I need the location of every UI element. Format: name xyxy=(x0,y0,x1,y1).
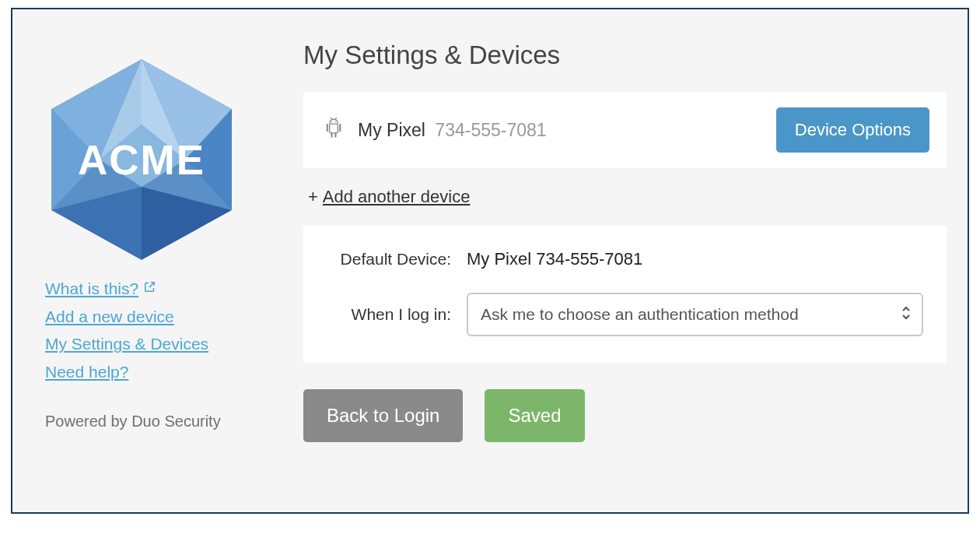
default-device-value: My Pixel 734-555-7081 xyxy=(467,249,923,269)
svg-point-14 xyxy=(335,121,336,122)
device-name: My Pixel xyxy=(358,120,425,140)
svg-point-13 xyxy=(331,121,332,122)
device-info: My Pixel 734-555-7081 xyxy=(324,117,547,143)
page-title: My Settings & Devices xyxy=(303,40,947,70)
viewport: ACME What is this? Add a new device My S… xyxy=(0,0,980,534)
svg-rect-15 xyxy=(330,124,338,133)
what-is-this-label: What is this? xyxy=(45,279,138,297)
my-settings-devices-link[interactable]: My Settings & Devices xyxy=(45,330,208,358)
powered-by-text: Powered by Duo Security xyxy=(45,413,271,430)
acme-logo: ACME xyxy=(45,54,238,265)
when-i-log-in-label: When I log in: xyxy=(327,305,467,324)
external-link-icon xyxy=(143,274,156,302)
settings-card: Default Device: My Pixel 734-555-7081 Wh… xyxy=(303,226,947,363)
saved-button[interactable]: Saved xyxy=(485,389,584,442)
logo-text: ACME xyxy=(45,54,238,265)
main-panel: My Settings & Devices xyxy=(271,40,947,442)
when-i-log-in-row: When I log in: Ask me to choose an authe… xyxy=(327,293,923,336)
back-to-login-button[interactable]: Back to Login xyxy=(303,389,463,442)
add-new-device-link[interactable]: Add a new device xyxy=(45,303,174,331)
android-icon xyxy=(324,117,344,143)
add-another-device-label: Add another device xyxy=(323,187,471,206)
what-is-this-link[interactable]: What is this? xyxy=(45,274,156,303)
device-phone: 734-555-7081 xyxy=(435,120,546,140)
sidebar-links: What is this? Add a new device My Settin… xyxy=(45,274,271,386)
default-device-label: Default Device: xyxy=(327,250,467,269)
plus-icon: + xyxy=(308,187,318,206)
device-card: My Pixel 734-555-7081 Device Options xyxy=(303,92,947,168)
dialog-frame: ACME What is this? Add a new device My S… xyxy=(11,8,969,514)
login-method-select[interactable]: Ask me to choose an authentication metho… xyxy=(467,293,923,336)
default-device-row: Default Device: My Pixel 734-555-7081 xyxy=(327,249,923,269)
device-options-button[interactable]: Device Options xyxy=(776,107,929,153)
sidebar: ACME What is this? Add a new device My S… xyxy=(45,40,271,430)
need-help-link[interactable]: Need help? xyxy=(45,358,128,386)
login-method-select-wrap: Ask me to choose an authentication metho… xyxy=(467,293,923,336)
add-another-device[interactable]: +Add another device xyxy=(308,187,947,207)
action-buttons: Back to Login Saved xyxy=(303,389,947,442)
